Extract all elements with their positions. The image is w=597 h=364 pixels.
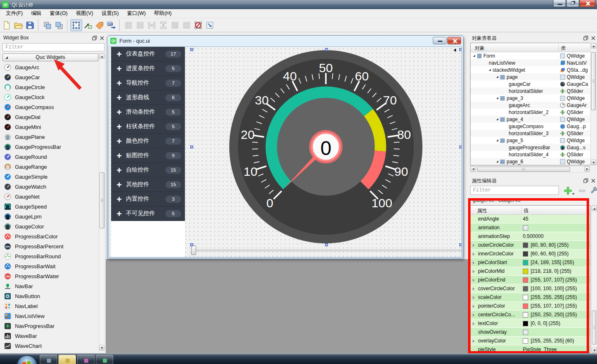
widget-box-float-button[interactable] <box>91 35 97 41</box>
expander-icon[interactable] <box>496 76 498 78</box>
tree-row-Form[interactable]: FormQWidge <box>471 52 596 59</box>
nav-category-柱状条控件[interactable]: 柱状条控件5 <box>111 119 185 134</box>
menu-文件(F)[interactable]: 文件(F) <box>2 9 27 18</box>
tree-row-gaugeArc[interactable]: gaugeArcGaugeAr <box>471 102 596 109</box>
widgetbox-item-GaugeWatch[interactable]: GaugeWatch <box>2 182 99 192</box>
new-file-button[interactable] <box>1 19 12 31</box>
widgetbox-item-ProgressBarWater[interactable]: 74%ProgressBarWater <box>2 271 99 281</box>
property-settings-button[interactable] <box>589 185 597 196</box>
form-close-button[interactable] <box>447 37 461 44</box>
widgetbox-item-ProgressBarWait[interactable]: ProgressBarWait <box>2 261 99 271</box>
edit-tab-order-button[interactable]: 123 <box>105 19 117 31</box>
menu-视图(V)[interactable]: 视图(V) <box>72 9 97 18</box>
gauge-arc-widget[interactable]: 01020304050607080901000 <box>229 50 422 243</box>
window-minimize-button[interactable] <box>553 0 566 7</box>
tree-row-page[interactable]: pageQWidge <box>471 73 596 80</box>
widgetbox-item-GaugeDial[interactable]: GaugeDial <box>2 112 99 122</box>
tree-row-page_6[interactable]: page_6QWidge <box>471 158 596 165</box>
widget-box-close-button[interactable] <box>99 35 105 41</box>
window-close-button[interactable] <box>580 0 595 7</box>
widgetbox-item-GaugeNet[interactable]: GaugeNet <box>2 192 99 201</box>
tree-row-horizontalSlider_4[interactable]: horizontalSlider_4QSlider <box>471 151 596 158</box>
slider-handle[interactable] <box>191 245 196 255</box>
menu-编辑[interactable]: 编辑 <box>27 9 46 18</box>
save-file-button[interactable] <box>24 19 36 31</box>
property-vertical-scrollbar[interactable] <box>591 205 597 353</box>
widgetbox-item-WaveChart[interactable]: WaveChart <box>2 341 99 351</box>
taskbar-app-button[interactable] <box>77 355 95 364</box>
menu-帮助(H)[interactable]: 帮助(H) <box>150 9 176 18</box>
widgetbox-item-ProgressBarRound[interactable]: ProgressBarRound <box>2 251 99 261</box>
raise-widget-button[interactable] <box>41 19 53 31</box>
widgetbox-item-NavProgressBar[interactable]: NavProgressBar <box>2 321 99 331</box>
tree-row-stackedWidget[interactable]: stackedWidgetQSta...dg <box>471 66 596 73</box>
widgetbox-item-NavButton[interactable]: NavButton <box>2 291 99 301</box>
taskbar-app-button-active[interactable] <box>58 355 76 364</box>
nav-category-导航控件[interactable]: 导航控件7 <box>111 76 185 90</box>
nav-category-进度条控件[interactable]: 进度条控件5 <box>111 61 185 76</box>
expander-icon[interactable] <box>496 160 498 163</box>
tree-row-page_5[interactable]: page_5QWidge <box>471 137 596 144</box>
lower-widget-button[interactable] <box>53 19 65 31</box>
window-restore-button[interactable] <box>566 0 579 7</box>
selection-handle[interactable] <box>459 146 462 148</box>
tree-row-page_4[interactable]: page_4QWidge <box>471 116 596 123</box>
widgetbox-item-ProgressBarColor[interactable]: ProgressBarColor <box>2 231 99 241</box>
expander-icon[interactable] <box>496 118 498 120</box>
taskbar-app-button[interactable] <box>40 355 57 364</box>
nav-category-不可见控件[interactable]: 不可见控件5 <box>111 206 185 221</box>
widgetbox-item-GaugeCompass[interactable]: GaugeCompass <box>2 102 99 112</box>
menu-窗口(W)[interactable]: 窗口(W) <box>123 9 150 18</box>
inspector-float-button[interactable] <box>582 35 589 41</box>
edit-signals-slots-button[interactable] <box>82 19 94 31</box>
widgetbox-item-NavLabel[interactable]: NavLabel <box>2 301 99 311</box>
form-titlebar[interactable]: Qt Form - quc.ui <box>109 36 462 46</box>
tree-row-gaugeCar[interactable]: gaugeCarGaugeCa <box>471 80 596 87</box>
taskbar-app-button[interactable] <box>96 355 113 364</box>
nav-category-自绘控件[interactable]: 自绘控件15 <box>111 163 185 177</box>
widget-box-scrollbar[interactable] <box>99 53 105 351</box>
start-button[interactable] <box>17 355 37 364</box>
expander-icon[interactable] <box>489 69 491 71</box>
selection-handle[interactable] <box>325 243 328 246</box>
tree-row-horizontalSlider_2[interactable]: horizontalSlider_2QSlider <box>471 109 596 116</box>
widgetbox-item-GaugeMini[interactable]: GaugeMini <box>2 122 99 132</box>
tree-row-page_3[interactable]: page_3QWidge <box>471 95 596 102</box>
widgetbox-item-GaugeRange[interactable]: GaugeRange <box>2 162 99 172</box>
menu-窗体(O)[interactable]: 窗体(O) <box>46 9 72 18</box>
widgetbox-item-GaugeRound[interactable]: GaugeRound <box>2 152 99 162</box>
menu-设置(S)[interactable]: 设置(S) <box>97 9 123 18</box>
selection-handle[interactable] <box>190 243 193 246</box>
horizontal-slider[interactable] <box>191 245 462 256</box>
widgetbox-item-GaugeProgressBar[interactable]: GaugeProgressBar <box>2 142 99 152</box>
nav-category-内置控件[interactable]: 内置控件3 <box>111 192 185 206</box>
adjust-size-button[interactable] <box>204 19 216 31</box>
expander-icon[interactable] <box>496 139 498 141</box>
remove-dynamic-property-button[interactable] <box>576 185 588 196</box>
widgetbox-item-ProgressBarPercent[interactable]: 50%ProgressBarPercent <box>2 241 99 251</box>
widgetbox-item-GaugeLpm[interactable]: GaugeLpm <box>2 211 99 221</box>
edit-buddies-button[interactable] <box>94 19 105 31</box>
nav-category-波形曲线[interactable]: 波形曲线6 <box>111 90 185 105</box>
open-file-button[interactable] <box>12 19 24 31</box>
tree-row-gaugeCompass[interactable]: gaugeCompassGaug...p <box>471 123 596 130</box>
inspector-vertical-scrollbar[interactable] <box>590 43 597 165</box>
edit-widgets-button[interactable] <box>70 19 82 31</box>
property-editor-float-button[interactable] <box>582 177 589 184</box>
nav-category-颜色控件[interactable]: 颜色控件7 <box>111 134 185 148</box>
selection-handle[interactable] <box>459 48 462 51</box>
widgetbox-item-WaveBar[interactable]: WaveBar <box>2 331 99 341</box>
widgetbox-item-GaugeSpeed[interactable]: GaugeSpeed <box>2 201 99 211</box>
nav-category-其他控件[interactable]: 其他控件15 <box>111 177 185 192</box>
selection-handle[interactable] <box>190 146 193 148</box>
widgetbox-item-GaugeColor[interactable]: GaugeColor <box>2 221 99 231</box>
widgetbox-item-NavListView[interactable]: NavListView <box>2 311 99 321</box>
add-dynamic-property-button[interactable] <box>561 185 575 196</box>
nav-category-仪表盘控件[interactable]: 仪表盘控件17 <box>111 47 185 61</box>
selection-handle[interactable] <box>325 48 328 51</box>
tree-row-gaugeProgressBar[interactable]: gaugeProgressBarGaug...s <box>471 144 596 151</box>
widgetbox-item-NavBar[interactable]: NavBar <box>2 281 99 291</box>
property-filter-input[interactable] <box>470 186 559 195</box>
expander-icon[interactable] <box>496 97 498 99</box>
nav-category-滑动条控件[interactable]: 滑动条控件5 <box>111 105 185 119</box>
